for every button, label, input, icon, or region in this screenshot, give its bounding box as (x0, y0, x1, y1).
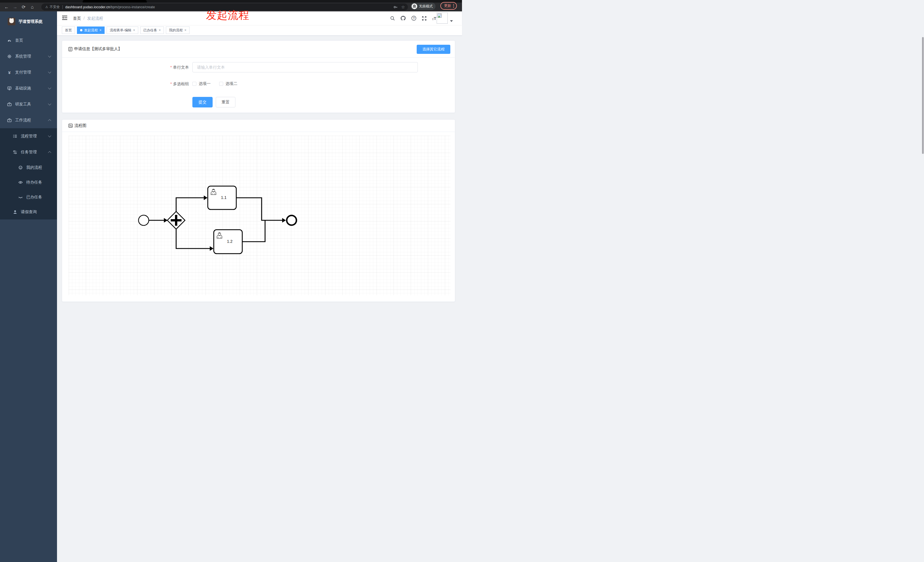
chevron-down-icon (48, 86, 51, 89)
tags-view-bar: 首页 发起流程× 流程表单-编辑× 已办任务× 我的流程× (57, 25, 462, 36)
sidebar-item-workflow[interactable]: 工作流程 (0, 112, 57, 128)
sidebar-item-label: 已办任务 (26, 195, 42, 200)
logo-image (8, 18, 15, 25)
user-task-1-1[interactable]: 1.1 (208, 186, 236, 210)
sidebar-item-done-tasks[interactable]: 已办任务 (0, 190, 57, 205)
incognito-badge: 无痕模式 (411, 3, 435, 10)
app-title: 芋道管理系统 (18, 19, 42, 24)
main-content: 申请信息【测试多审批人】 选择其它流程 *单行文本 *多选框组 选项一 选项二 … (57, 36, 462, 281)
fullscreen-icon[interactable] (422, 16, 427, 21)
back-icon[interactable]: ← (2, 4, 11, 10)
apply-info-card: 申请信息【测试多审批人】 选择其它流程 *单行文本 *多选框组 选项一 选项二 … (62, 40, 455, 113)
sidebar-item-leave-query[interactable]: 请假查询 (0, 205, 57, 219)
user-task-1-2[interactable]: 1.2 (214, 230, 242, 254)
sidebar-item-todo-tasks[interactable]: 待办任务 (0, 175, 57, 190)
task-label: 1.2 (227, 239, 232, 244)
sidebar-item-task-mgmt[interactable]: 任务管理 (0, 144, 57, 160)
submit-button[interactable]: 提交 (192, 97, 213, 108)
browser-update-button[interactable]: 更新 (440, 2, 457, 10)
chevron-down-icon (48, 134, 51, 137)
reset-button[interactable]: 重置 (216, 97, 236, 108)
field-label-text: *单行文本 (62, 62, 189, 72)
monitor-icon (7, 86, 12, 91)
checkbox-box[interactable] (219, 82, 223, 86)
sidebar-item-infra[interactable]: 基础设施 (0, 80, 57, 96)
sidebar-item-label: 请假查询 (21, 210, 37, 214)
close-icon[interactable]: × (184, 28, 186, 32)
incognito-icon (411, 3, 417, 9)
sidebar-item-label: 研发工具 (15, 102, 31, 107)
choose-other-process-button[interactable]: 选择其它流程 (417, 45, 450, 54)
sidebar-item-payment[interactable]: ¥ 支付管理 (0, 64, 57, 80)
sidebar-item-process-mgmt[interactable]: 流程管理 (0, 128, 57, 144)
user-icon (13, 210, 17, 214)
breadcrumb: 首页 / 发起流程 (73, 16, 103, 21)
chevron-up-icon (48, 151, 51, 154)
sidebar-item-home[interactable]: 首页 (0, 33, 57, 48)
task-label: 1.1 (221, 195, 226, 200)
annotation-text: 发起流程 (206, 8, 249, 22)
avatar[interactable] (436, 12, 448, 24)
close-icon[interactable]: × (99, 28, 102, 32)
search-icon[interactable] (390, 16, 395, 21)
tag-done-tasks[interactable]: 已办任务× (140, 27, 164, 34)
font-size-icon[interactable]: TT (432, 16, 436, 21)
apply-info-header: 申请信息【测试多审批人】 (62, 41, 455, 58)
bookmark-star-icon[interactable]: ☆ (401, 4, 405, 10)
reload-icon[interactable]: ⟳ (20, 4, 28, 10)
tag-home[interactable]: 首页 (62, 27, 75, 34)
checkbox-option-2[interactable]: 选项二 (219, 81, 237, 86)
avatar-dropdown-caret[interactable] (450, 20, 453, 22)
forward-icon[interactable]: → (11, 4, 20, 10)
sidebar-item-label: 流程管理 (21, 134, 37, 139)
app-logo[interactable]: 芋道管理系统 (0, 11, 57, 27)
tag-process-form-edit[interactable]: 流程表单-编辑× (106, 27, 138, 34)
chevron-down-icon (48, 54, 51, 57)
parallel-gateway[interactable] (167, 211, 185, 229)
sidebar-item-my-process[interactable]: 我的流程 (0, 160, 57, 175)
checkbox-box[interactable] (192, 82, 196, 86)
breadcrumb-home[interactable]: 首页 (73, 16, 81, 21)
key-icon[interactable] (393, 5, 398, 9)
home-icon[interactable]: ⌂ (28, 4, 36, 10)
github-icon[interactable] (400, 16, 406, 21)
required-asterisk: * (170, 65, 172, 69)
sidebar-item-label: 系统管理 (15, 54, 31, 59)
process-list-icon (13, 134, 17, 138)
security-warning-icon: ⚠ (45, 5, 48, 9)
sidebar-collapse-icon[interactable] (62, 16, 67, 21)
active-dot (80, 29, 82, 31)
close-icon[interactable]: × (133, 28, 135, 32)
sidebar-item-label: 待办任务 (26, 180, 42, 185)
bpmn-canvas[interactable]: 1.1 1.2 (69, 136, 451, 281)
chevron-down-icon (48, 102, 51, 105)
sidebar-item-label: 支付管理 (15, 70, 31, 75)
help-icon[interactable]: ? (411, 16, 416, 21)
browser-menu-icon[interactable] (453, 4, 454, 8)
field-label-checkbox: *多选框组 (62, 79, 189, 89)
sidebar-item-system[interactable]: 系统管理 (0, 48, 57, 64)
eye-icon (18, 180, 23, 185)
diagram-title: 流程图 (74, 123, 86, 128)
browser-tab[interactable] (82, 0, 147, 3)
start-event[interactable] (138, 215, 149, 225)
sidebar-item-label: 基础设施 (15, 86, 31, 91)
checkbox-option-1[interactable]: 选项一 (192, 81, 211, 86)
close-icon[interactable]: × (159, 28, 161, 32)
sidebar-item-label: 任务管理 (21, 150, 37, 155)
yen-icon: ¥ (7, 70, 12, 75)
breadcrumb-separator: / (84, 16, 85, 21)
sidebar-item-devtools[interactable]: 研发工具 (0, 96, 57, 112)
tag-start-process[interactable]: 发起流程× (77, 27, 105, 34)
document-icon (68, 47, 72, 51)
tag-my-process[interactable]: 我的流程× (166, 27, 189, 34)
app-header: 首页 / 发起流程 ? TT (57, 11, 462, 25)
single-line-text-input[interactable] (192, 62, 418, 72)
process-diagram-card: 流程图 (62, 119, 455, 281)
broken-image-icon (438, 13, 442, 18)
end-event[interactable] (287, 216, 296, 225)
picture-icon (68, 124, 73, 128)
incognito-label: 无痕模式 (419, 4, 433, 9)
dashboard-icon (7, 38, 12, 43)
security-label[interactable]: 不安全 (50, 4, 60, 9)
